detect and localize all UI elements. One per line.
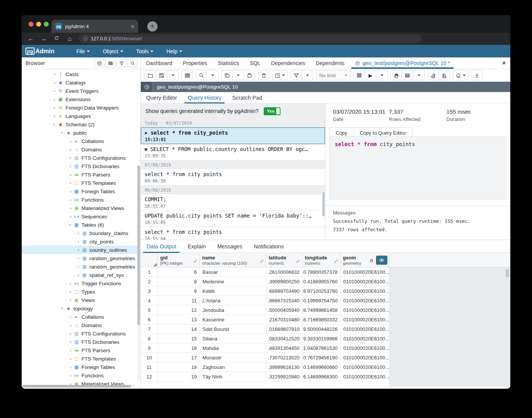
column-header-latitude[interactable]: latitudenumeric <box>266 253 303 267</box>
expand-icon[interactable]: › <box>68 197 73 202</box>
tree-item-views[interactable]: ›▣Views <box>22 296 137 304</box>
cell[interactable]: 0101000020E6100... <box>341 353 389 362</box>
cell[interactable]: 19 <box>158 372 200 381</box>
browser-tab-pgadmin[interactable]: pg pgAdmin 4 × <box>51 20 138 33</box>
cell[interactable]: 16 <box>158 343 200 353</box>
cell[interactable]: 8.97100253790 <box>303 286 341 296</box>
cell[interactable]: 9 <box>141 343 158 353</box>
cell[interactable]: 0.76729456190 <box>303 353 341 362</box>
cell[interactable]: 12 <box>141 372 158 381</box>
cell[interactable]: 13 <box>141 381 158 384</box>
expand-icon[interactable]: › <box>68 323 73 327</box>
menu-file[interactable]: File <box>76 48 90 54</box>
cell[interactable]: .08330412520 <box>266 334 303 343</box>
edit-column-icon[interactable] <box>260 258 264 265</box>
expand-icon[interactable]: › <box>76 248 81 252</box>
expand-icon[interactable]: › <box>68 189 73 194</box>
menu-help[interactable]: Help <box>166 48 182 54</box>
cell[interactable]: 18 <box>158 362 200 372</box>
tree-item-domains[interactable]: ›⌂Domains <box>22 145 137 154</box>
tree-item-city-points[interactable]: ›▦city_points <box>22 237 137 246</box>
cell[interactable]: 0101000020E6100... <box>341 305 389 315</box>
search-objects-icon[interactable] <box>127 59 137 67</box>
select-all-triangle-icon[interactable] <box>153 263 157 266</box>
cell[interactable]: 0101000020E6100... <box>341 296 389 305</box>
tree-item-country-outlines[interactable]: ›▦country_outlines <box>22 246 137 254</box>
save-file-button[interactable] <box>156 70 167 80</box>
cell[interactable]: 8.71669850332 <box>303 315 341 324</box>
cell[interactable]: 2 <box>141 277 158 286</box>
cell[interactable]: 6 <box>158 267 200 277</box>
expand-icon[interactable]: › <box>68 365 73 369</box>
tree-item-foreign-tables[interactable]: ›▦Foreign Tables <box>22 363 137 371</box>
cell[interactable]: 8 <box>158 277 200 286</box>
explain-dropdown-button[interactable] <box>413 70 425 80</box>
tab-sql[interactable]: SQL <box>244 57 266 69</box>
expand-icon[interactable]: › <box>68 315 73 319</box>
tab-query-history[interactable]: Query History <box>182 92 227 103</box>
expand-icon[interactable]: › <box>68 214 73 219</box>
edit-column-icon[interactable] <box>193 258 198 265</box>
tree-item-foreign-data-wrappers[interactable]: ›≋Foreign Data Wrappers <box>22 103 137 112</box>
expand-icon[interactable]: › <box>68 139 73 143</box>
cell[interactable]: 0.19999754750 <box>303 296 341 305</box>
tab-scratch-pad[interactable]: Scratch Pad <box>227 92 268 103</box>
copy-dropdown-button[interactable] <box>233 70 244 80</box>
expand-icon[interactable]: › <box>52 80 57 85</box>
tree-item-spatial-ref-sys[interactable]: ›▦spatial_ref_sys <box>22 271 137 279</box>
column-header-longitude[interactable]: longitudenumeric <box>303 253 341 267</box>
expand-icon[interactable]: › <box>68 340 73 344</box>
cell[interactable]: 14 <box>158 324 200 334</box>
history-entry[interactable]: COMMIT;16:55:07 <box>141 194 325 211</box>
filter-dropdown-button[interactable] <box>302 70 313 80</box>
collapse-icon[interactable]: › <box>60 306 65 311</box>
cell[interactable]: 0.14699660660 <box>303 362 341 372</box>
expand-icon[interactable]: › <box>68 181 73 185</box>
edit-button[interactable] <box>272 70 288 80</box>
close-tab-icon[interactable]: × <box>502 60 506 67</box>
tree-item-fts-configurations[interactable]: ›▤FTS Configurations <box>22 154 137 162</box>
tree-item-fts-templates[interactable]: ›▢FTS Templates <box>22 354 137 363</box>
tree-item-fts-dictionaries[interactable]: ›▥FTS Dictionaries <box>22 338 137 346</box>
cell[interactable]: 0.78900357378 <box>303 267 341 277</box>
cell[interactable]: 9 <box>158 286 200 296</box>
collapse-icon[interactable]: › <box>52 122 57 127</box>
expand-icon[interactable]: › <box>68 298 73 302</box>
tree-item-fts-configurations[interactable]: ›▤FTS Configurations <box>22 329 137 338</box>
cell[interactable]: 6.14699968300 <box>303 372 341 381</box>
cell[interactable]: 13 <box>158 315 200 324</box>
history-entry[interactable]: select * from city_points16:55:04 <box>141 227 325 240</box>
expand-icon[interactable]: › <box>76 264 81 269</box>
cell[interactable]: .26100006832 <box>266 267 303 277</box>
output-tab-data-output[interactable]: Data Output <box>141 240 182 253</box>
open-file-button[interactable] <box>145 70 156 80</box>
expand-icon[interactable]: › <box>68 206 73 210</box>
menu-object[interactable]: Object <box>103 48 123 54</box>
expand-icon[interactable]: › <box>76 256 81 261</box>
tree-item-sequences[interactable]: ›1..3Sequences <box>22 212 137 221</box>
maximize-window-button[interactable] <box>44 22 49 27</box>
cell[interactable]: 1.04087661530 <box>303 343 341 353</box>
cell[interactable]: 0101000020E6100... <box>341 267 389 277</box>
execute-dropdown-button[interactable] <box>376 70 388 80</box>
cell[interactable]: .50000405940 <box>266 305 303 315</box>
paste-button[interactable] <box>244 70 255 80</box>
expand-icon[interactable]: › <box>52 89 57 93</box>
expand-icon[interactable]: › <box>68 156 73 160</box>
cell[interactable]: 15 <box>158 334 200 343</box>
cell[interactable] <box>303 381 341 384</box>
cell[interactable]: L'Ariana <box>200 296 266 305</box>
expand-icon[interactable]: › <box>76 273 81 277</box>
cell[interactable]: .39999900250 <box>266 277 303 286</box>
cell[interactable] <box>341 381 389 384</box>
cell[interactable]: 0101000020E6100... <box>341 372 389 381</box>
save-data-changes-button[interactable] <box>182 70 193 80</box>
cell[interactable]: 9.50000448226 <box>303 324 341 334</box>
tree-item-public[interactable]: ›◈public <box>22 129 137 137</box>
cell[interactable]: .01669607910 <box>266 324 303 334</box>
tree-item-types[interactable]: ›▢Types <box>22 288 137 296</box>
tab-close-icon[interactable]: × <box>131 24 134 29</box>
explain-button[interactable] <box>390 70 402 80</box>
copy-button[interactable] <box>221 70 233 80</box>
tree-item-catalogs[interactable]: ›◆Catalogs <box>22 78 137 87</box>
